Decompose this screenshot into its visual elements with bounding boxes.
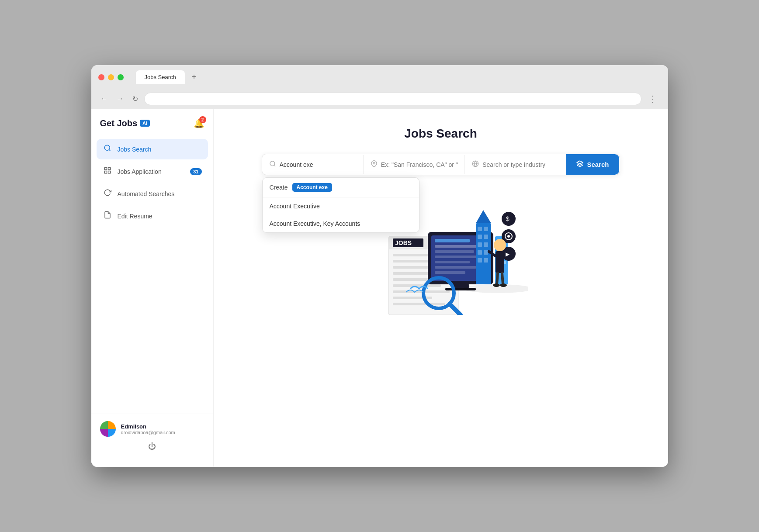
sidebar-header: Get Jobs AI 🔔 2 bbox=[91, 118, 213, 139]
ai-badge: AI bbox=[140, 120, 150, 127]
search-dropdown: Create Account exe Account Executive Acc… bbox=[262, 177, 419, 233]
forward-button[interactable]: → bbox=[114, 93, 126, 104]
search-icon bbox=[103, 144, 112, 154]
sidebar: Get Jobs AI 🔔 2 Jobs Search bbox=[91, 109, 214, 467]
svg-point-58 bbox=[507, 235, 510, 238]
browser-window: Jobs Search + ← → ↻ ⋮ Get Jobs AI 🔔 2 bbox=[91, 65, 668, 467]
notification-button[interactable]: 🔔 2 bbox=[194, 118, 204, 128]
svg-rect-41 bbox=[484, 250, 488, 255]
svg-rect-43 bbox=[484, 258, 488, 263]
sidebar-item-label-jobs-search: Jobs Search bbox=[118, 146, 202, 153]
nav-items: Jobs Search Jobs Application 31 bbox=[91, 139, 213, 414]
svg-rect-40 bbox=[478, 250, 482, 255]
more-button[interactable]: ⋮ bbox=[645, 92, 661, 106]
user-name: Edmilson bbox=[121, 423, 204, 430]
main-content: Jobs Search bbox=[214, 109, 668, 467]
svg-rect-37 bbox=[484, 235, 488, 239]
job-search-input[interactable] bbox=[280, 155, 356, 174]
svg-point-5 bbox=[270, 161, 275, 166]
sidebar-item-jobs-application[interactable]: Jobs Application 31 bbox=[97, 161, 208, 182]
svg-marker-44 bbox=[476, 210, 491, 223]
svg-rect-25 bbox=[435, 245, 478, 248]
dropdown-create-label: Create bbox=[270, 184, 288, 191]
tab-bar: Jobs Search + bbox=[136, 70, 200, 84]
user-info: Edmilson droidvidaboa@gmail.com bbox=[100, 421, 204, 437]
grid-icon bbox=[103, 166, 112, 176]
notification-badge: 2 bbox=[199, 116, 206, 123]
svg-rect-34 bbox=[478, 227, 482, 231]
svg-rect-27 bbox=[435, 256, 483, 258]
location-input[interactable] bbox=[381, 155, 457, 174]
svg-rect-38 bbox=[478, 242, 482, 247]
job-search-icon bbox=[269, 160, 276, 169]
browser-tab[interactable]: Jobs Search bbox=[136, 70, 185, 84]
sidebar-item-edit-resume[interactable]: Edit Resume bbox=[97, 206, 208, 226]
svg-rect-24 bbox=[435, 239, 470, 242]
svg-rect-39 bbox=[484, 242, 488, 247]
dropdown-item-0[interactable]: Account Executive bbox=[263, 197, 419, 215]
svg-line-66 bbox=[497, 273, 498, 284]
industry-input[interactable] bbox=[482, 155, 559, 174]
industry-field bbox=[465, 155, 566, 174]
file-icon bbox=[103, 211, 112, 221]
logout-button[interactable]: ⏻ bbox=[148, 442, 156, 451]
app-body: Get Jobs AI 🔔 2 Jobs Search bbox=[91, 109, 668, 467]
tab-label: Jobs Search bbox=[145, 74, 176, 80]
svg-rect-1 bbox=[104, 167, 107, 169]
minimize-button[interactable] bbox=[108, 74, 114, 80]
refresh-icon bbox=[103, 189, 112, 199]
sidebar-item-jobs-search[interactable]: Jobs Search bbox=[97, 139, 208, 159]
location-field bbox=[364, 155, 465, 174]
svg-rect-3 bbox=[104, 171, 107, 173]
svg-text:$: $ bbox=[506, 215, 509, 222]
reload-button[interactable]: ↻ bbox=[130, 93, 141, 105]
browser-titlebar: Jobs Search + bbox=[91, 65, 668, 88]
avatar bbox=[100, 421, 116, 437]
search-button-label: Search bbox=[587, 161, 609, 168]
search-btn-icon bbox=[576, 160, 583, 169]
industry-icon bbox=[472, 160, 479, 169]
svg-rect-29 bbox=[435, 266, 476, 269]
close-button[interactable] bbox=[98, 74, 104, 80]
sidebar-item-label-jobs-application: Jobs Application bbox=[118, 168, 185, 175]
browser-toolbar: ← → ↻ ⋮ bbox=[91, 88, 668, 109]
maximize-button[interactable] bbox=[118, 74, 124, 80]
sidebar-footer: Edmilson droidvidaboa@gmail.com ⏻ bbox=[91, 414, 213, 458]
app-logo: Get Jobs AI bbox=[100, 118, 150, 128]
location-icon bbox=[371, 160, 378, 169]
dropdown-create-row: Create Account exe bbox=[263, 178, 419, 197]
dropdown-item-1[interactable]: Account Executive, Key Accounts bbox=[263, 215, 419, 232]
svg-line-67 bbox=[502, 273, 503, 284]
svg-point-70 bbox=[463, 284, 528, 293]
user-details: Edmilson droidvidaboa@gmail.com bbox=[121, 423, 204, 435]
search-bar-container: Search Create Account exe Account Execut… bbox=[262, 154, 620, 175]
svg-point-0 bbox=[104, 145, 110, 150]
svg-text:▶: ▶ bbox=[506, 251, 510, 257]
svg-rect-36 bbox=[478, 235, 482, 239]
job-search-field bbox=[262, 155, 364, 174]
svg-rect-30 bbox=[435, 271, 465, 274]
svg-rect-2 bbox=[108, 167, 110, 169]
svg-point-63 bbox=[494, 239, 506, 251]
user-email: droidvidaboa@gmail.com bbox=[121, 430, 204, 435]
sidebar-item-label-automated-searches: Automated Searches bbox=[118, 190, 202, 197]
new-tab-button[interactable]: + bbox=[188, 71, 200, 83]
svg-rect-28 bbox=[435, 261, 470, 263]
back-button[interactable]: ← bbox=[98, 93, 111, 104]
search-button[interactable]: Search bbox=[566, 154, 619, 175]
page-title: Jobs Search bbox=[404, 127, 477, 141]
svg-rect-21 bbox=[393, 303, 445, 305]
svg-rect-4 bbox=[108, 171, 110, 173]
jobs-application-badge: 31 bbox=[190, 168, 201, 175]
sidebar-item-label-edit-resume: Edit Resume bbox=[118, 213, 202, 220]
svg-rect-35 bbox=[484, 227, 488, 231]
svg-rect-26 bbox=[435, 250, 474, 253]
dropdown-create-tag[interactable]: Account exe bbox=[292, 183, 332, 192]
svg-rect-42 bbox=[478, 258, 482, 263]
svg-point-6 bbox=[373, 162, 375, 164]
address-bar[interactable] bbox=[144, 93, 641, 105]
app-name: Get Jobs bbox=[100, 118, 138, 128]
svg-text:JOBS: JOBS bbox=[395, 239, 412, 246]
svg-rect-64 bbox=[496, 251, 504, 273]
sidebar-item-automated-searches[interactable]: Automated Searches bbox=[97, 183, 208, 204]
